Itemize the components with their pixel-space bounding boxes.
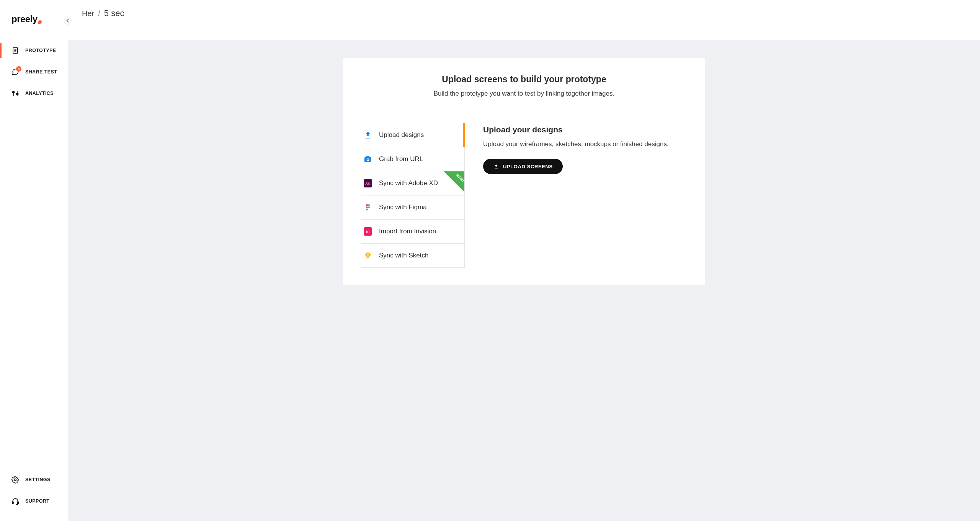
upload-icon (363, 130, 373, 140)
sidebar-item-label: PROTOTYPE (25, 48, 56, 53)
sliders-icon (11, 90, 19, 97)
svg-rect-7 (16, 94, 18, 95)
panel-title: Upload screens to build your prototype (358, 74, 690, 85)
svg-rect-23 (495, 168, 498, 168)
option-label: Grab from URL (379, 155, 423, 163)
svg-rect-9 (12, 502, 13, 504)
upload-options-list: Upload designs Grab from URL Xd (361, 123, 465, 268)
breadcrumb: Her / 5 sec (82, 8, 124, 18)
topbar: Her / 5 sec (68, 0, 980, 40)
chevron-left-icon (64, 17, 71, 24)
content-area: Upload screens to build your prototype B… (68, 40, 980, 521)
panel-header: Upload screens to build your prototype B… (343, 74, 705, 109)
sidebar-item-label: SHARE TEST (25, 69, 57, 75)
invision-icon: in (363, 226, 373, 236)
camera-icon (363, 154, 373, 164)
svg-rect-5 (13, 92, 15, 93)
sketch-icon (363, 251, 373, 260)
collapse-sidebar-button[interactable] (64, 17, 72, 24)
option-label: Sync with Figma (379, 204, 427, 211)
svg-point-18 (366, 207, 368, 208)
option-grab-from-url[interactable]: Grab from URL (361, 147, 464, 171)
sidebar-item-label: ANALYTICS (25, 91, 54, 96)
sidebar-item-analytics[interactable]: ANALYTICS (0, 83, 68, 104)
gear-icon (11, 476, 19, 484)
option-label: Sync with Sketch (379, 252, 428, 259)
chat-icon: 3 (11, 68, 19, 76)
logo: preely (0, 0, 68, 40)
sidebar-item-label: SETTINGS (25, 477, 51, 482)
breadcrumb-current: 5 sec (104, 8, 124, 18)
upload-screens-button[interactable]: UPLOAD SCREENS (483, 159, 563, 174)
svg-point-20 (366, 208, 368, 210)
sidebar-item-label: SUPPORT (25, 498, 49, 504)
option-label: Sync with Adobe XD (379, 179, 438, 187)
option-label: Import from Invision (379, 228, 436, 235)
sidebar-nav: PROTOTYPE 3 SHARE TEST ANALYTICS (0, 40, 68, 104)
option-sync-sketch[interactable]: Sync with Sketch (361, 243, 464, 268)
breadcrumb-separator: / (98, 9, 100, 18)
panel-subtitle: Build the prototype you want to test by … (358, 90, 690, 98)
sidebar: preely PROTOTYPE 3 SHARE TEST (0, 0, 68, 521)
brand-name: preely (11, 14, 38, 24)
svg-point-19 (368, 207, 370, 208)
upload-panel: Upload screens to build your prototype B… (343, 58, 705, 285)
new-badge: NEW! (444, 171, 464, 192)
option-upload-designs[interactable]: Upload designs (361, 123, 464, 147)
svg-rect-11 (366, 138, 370, 138)
adobe-xd-icon: Xd (363, 178, 373, 188)
option-sync-adobe-xd[interactable]: Xd Sync with Adobe XD NEW! (361, 171, 464, 195)
detail-title: Upload your designs (483, 125, 687, 134)
sidebar-item-prototype[interactable]: PROTOTYPE (0, 40, 68, 61)
svg-rect-10 (17, 502, 18, 504)
option-label: Upload designs (379, 131, 424, 139)
share-test-badge: 3 (16, 66, 21, 72)
svg-point-16 (366, 204, 368, 206)
detail-body: Upload your wireframes, sketches, mockup… (483, 140, 687, 148)
sidebar-item-support[interactable]: SUPPORT (0, 490, 68, 512)
option-sync-figma[interactable]: Sync with Figma (361, 195, 464, 219)
option-import-invision[interactable]: in Import from Invision (361, 219, 464, 243)
main: Her / 5 sec Upload screens to build your… (68, 0, 980, 521)
upload-icon (493, 163, 499, 169)
sidebar-item-share-test[interactable]: 3 SHARE TEST (0, 61, 68, 83)
svg-point-14 (367, 159, 368, 160)
figma-icon (363, 202, 373, 212)
headset-icon (11, 497, 19, 505)
document-icon (11, 47, 19, 54)
button-label: UPLOAD SCREENS (503, 164, 553, 169)
svg-rect-15 (366, 156, 369, 158)
brand-dot-icon (38, 20, 42, 24)
sidebar-bottom: SETTINGS SUPPORT (0, 469, 68, 521)
breadcrumb-parent[interactable]: Her (82, 9, 94, 18)
sidebar-item-settings[interactable]: SETTINGS (0, 469, 68, 490)
svg-point-17 (368, 204, 370, 206)
option-detail: Upload your designs Upload your wirefram… (483, 123, 687, 268)
svg-point-8 (15, 479, 16, 481)
